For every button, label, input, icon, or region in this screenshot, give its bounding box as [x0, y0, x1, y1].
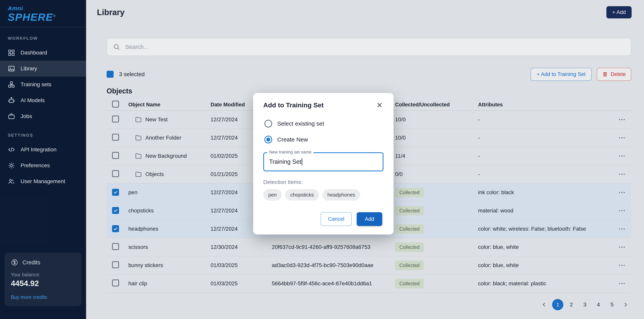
dialog-actions: Cancel Add [263, 212, 384, 226]
radio-create-new-label: Create New [277, 136, 308, 143]
training-set-name-field-wrap: New training set name Training Set [263, 152, 384, 171]
close-icon[interactable] [376, 101, 384, 109]
detection-chip: pen [263, 189, 282, 200]
dialog-title: Add to Training Set [263, 101, 324, 109]
detection-items-chips: penchopsticksheadphones [263, 189, 384, 200]
dialog-header: Add to Training Set [263, 101, 384, 109]
radio-create-new[interactable]: Create New [263, 136, 384, 144]
cancel-button[interactable]: Cancel [321, 212, 352, 226]
text-caret [302, 158, 302, 165]
training-set-name-value: Training Set [269, 158, 301, 165]
radio-existing-label: Select existing set [277, 120, 324, 127]
detection-chip: headphones [322, 189, 360, 200]
detection-items-label: Detection Items: [263, 179, 384, 185]
app-root: Amni SPHERE® WORKFLOWDashboardLibraryTra… [0, 0, 644, 319]
training-set-name-input[interactable]: Training Set [263, 152, 384, 171]
add-to-training-set-dialog: Add to Training Set Select existing set … [253, 93, 394, 234]
radio-select-existing-set[interactable]: Select existing set [263, 120, 384, 128]
dialog-add-button[interactable]: Add [357, 212, 382, 226]
detection-chip: chopsticks [285, 189, 319, 200]
radio-selected-icon [264, 136, 272, 144]
radio-unselected-icon [264, 120, 272, 128]
training-set-name-label: New training set name [267, 150, 314, 155]
